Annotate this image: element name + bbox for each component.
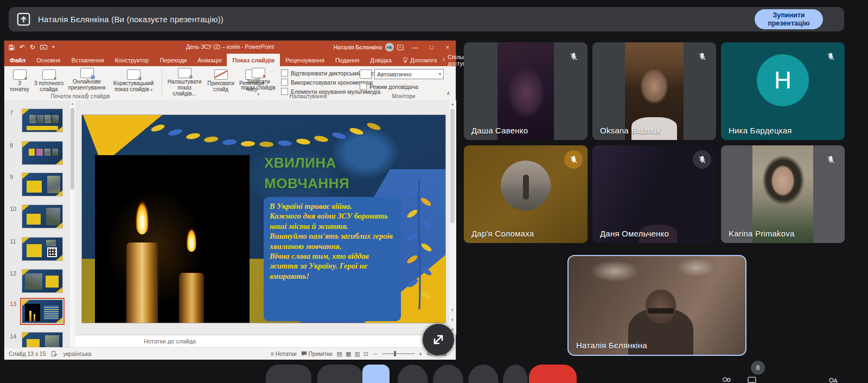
- notes-pane[interactable]: Нотатки до слайда: [75, 335, 456, 348]
- people-panel-icon[interactable]: [719, 376, 733, 383]
- tab-review[interactable]: Рецензування: [280, 54, 330, 66]
- stop-presentation-button[interactable]: Зупинити презентацію: [755, 9, 823, 29]
- slide-thumbnails-panel: 7 8 9: [4, 100, 75, 347]
- scrollbar-thumb[interactable]: [450, 109, 455, 223]
- thumb-art: [25, 304, 40, 321]
- avatar-figure-art: [523, 175, 529, 200]
- participant-tile[interactable]: Дар'я Соломаха: [464, 145, 588, 243]
- zoom-slider[interactable]: [382, 353, 414, 354]
- editor-scrollbar[interactable]: ▲ ⇞ ⇟ ▼: [448, 100, 456, 335]
- participant-tile[interactable]: Karina Primakova: [721, 145, 845, 243]
- tab-insert[interactable]: Вставлення: [66, 54, 110, 66]
- mic-off-icon: [564, 150, 583, 169]
- present-online-button[interactable]: ◍ Онлайнове презентування ▾: [67, 68, 106, 93]
- zoom-slider-thumb[interactable]: [394, 351, 396, 356]
- thumb-art: [45, 335, 59, 347]
- slide-number: 12: [10, 270, 16, 277]
- scroll-up-icon[interactable]: ▲: [449, 100, 456, 108]
- tab-design[interactable]: Конструктор: [110, 54, 155, 66]
- spellcheck-icon[interactable]: [51, 350, 58, 357]
- person-icon: [442, 57, 445, 63]
- language-indicator[interactable]: українська: [63, 350, 91, 357]
- maximize-button[interactable]: □: [423, 41, 439, 54]
- next-slide-button[interactable]: ⇟: [449, 316, 456, 324]
- slide-thumbnail-14[interactable]: [22, 332, 63, 347]
- account-name: Наталія Бєлянкіна: [334, 44, 382, 50]
- setup-slideshow-button[interactable]: ✻ Налаштувати показ слайдів...: [165, 68, 204, 93]
- reading-view-button[interactable]: ▥: [354, 350, 360, 358]
- record-slideshow-icon: ●: [252, 68, 265, 78]
- tab-animations[interactable]: Анімація: [192, 54, 227, 66]
- slide-body-line: Вшануймо пам'ять загиблих героїв хвилино…: [270, 231, 395, 251]
- scroll-up-icon[interactable]: ▲: [69, 100, 75, 107]
- tab-transitions[interactable]: Переходи: [154, 54, 192, 66]
- thumb-qr-art: [47, 247, 57, 257]
- slide-thumbnail-8[interactable]: [22, 141, 63, 165]
- participant-face-art: [640, 68, 668, 104]
- minimize-button[interactable]: —: [407, 41, 423, 54]
- more-options-button[interactable]: [503, 365, 528, 383]
- present-online-icon: ◍: [80, 68, 94, 78]
- reactions-button[interactable]: [398, 365, 428, 383]
- expand-presentation-button[interactable]: [423, 324, 454, 355]
- slide-thumbnail-11[interactable]: [22, 237, 63, 261]
- thumb-art: [25, 273, 42, 290]
- participant-tile[interactable]: H Ника Бардецкая: [721, 42, 845, 140]
- slideshow-view-button[interactable]: ⊡: [363, 350, 368, 358]
- tab-file[interactable]: Файл: [4, 54, 31, 66]
- collapse-ribbon-icon[interactable]: ∧: [446, 90, 450, 96]
- participant-name: Наталія Бєлянкіна: [576, 341, 647, 350]
- from-beginning-button[interactable]: ▸ З початку: [8, 68, 31, 93]
- account-area[interactable]: Наталія Бєлянкіна НБ: [334, 41, 404, 54]
- participant-tile-active-speaker[interactable]: Наталія Бєлянкіна: [567, 255, 746, 356]
- leave-call-button[interactable]: [529, 365, 577, 383]
- participant-tile[interactable]: Даша Савенко: [464, 42, 588, 140]
- raise-hand-button[interactable]: [468, 365, 499, 383]
- notes-icon: ≡: [271, 350, 274, 357]
- normal-view-button[interactable]: ▤: [337, 350, 342, 358]
- tab-slideshow[interactable]: Показ слайдів: [227, 54, 280, 66]
- captions-button[interactable]: [433, 365, 463, 383]
- ppt-titlebar: ↶ ↻ ▾ День ЗСУ (2) – копія - PowerPoint …: [4, 41, 456, 54]
- thumb-art: [29, 115, 36, 123]
- ribbon-display-options-icon[interactable]: [397, 44, 404, 50]
- slide-thumbnail-13[interactable]: [22, 299, 63, 323]
- mic-button[interactable]: [266, 365, 311, 383]
- slide-sorter-view-button[interactable]: ▦: [346, 350, 351, 358]
- activities-icon[interactable]: [827, 376, 840, 383]
- slide-thumbnail-9[interactable]: [22, 173, 63, 196]
- previous-slide-button[interactable]: ⇞: [449, 307, 456, 314]
- scrollbar-thumb[interactable]: [71, 108, 74, 189]
- slide-thumbnail-7[interactable]: [22, 108, 63, 132]
- custom-slideshow-button[interactable]: ✻ Користувацький показ слайдів ▾: [108, 68, 158, 93]
- monitor-dropdown[interactable]: Автоматично ▾: [374, 69, 444, 79]
- record-slideshow-button[interactable]: ● Записати показ слайдів ▾: [240, 68, 277, 93]
- camera-button[interactable]: [317, 365, 363, 383]
- tab-help[interactable]: Допомога: [397, 54, 442, 66]
- tab-view[interactable]: Подання: [330, 54, 365, 66]
- expand-arrows-icon: [431, 333, 445, 347]
- from-current-slide-button[interactable]: ▸ З поточного слайда: [33, 68, 65, 93]
- zoom-in-button[interactable]: +: [419, 350, 422, 357]
- lightbulb-icon: [403, 57, 408, 63]
- candles-photo: [95, 155, 250, 323]
- hide-slide-button[interactable]: Приховати слайд: [206, 68, 235, 93]
- slide-canvas[interactable]: ХВИЛИНА МОВЧАННЯ В Україні триває війна.…: [82, 115, 445, 323]
- thumbnails-scrollbar[interactable]: ▲: [69, 100, 75, 347]
- participant-tile[interactable]: Даня Омельченко: [592, 145, 716, 243]
- slide-thumbnail-10[interactable]: [22, 205, 63, 228]
- present-screen-button[interactable]: [362, 365, 390, 383]
- tab-reference[interactable]: Довідка: [365, 54, 397, 66]
- chat-panel-icon[interactable]: [745, 376, 758, 383]
- participant-name: Даня Омельченко: [600, 229, 669, 238]
- slide-number: 9: [10, 174, 13, 180]
- notes-toggle[interactable]: ≡ Нотатки: [271, 350, 297, 357]
- comments-toggle[interactable]: Примітки: [301, 350, 333, 357]
- checkbox-presenter-view[interactable]: Режим доповідача: [360, 83, 444, 90]
- thumb-art: [27, 244, 42, 257]
- participant-tile[interactable]: Oksana Bluznuk: [592, 42, 716, 140]
- slide-thumbnail-12[interactable]: [22, 269, 63, 293]
- tab-home[interactable]: Основне: [31, 54, 66, 66]
- close-button[interactable]: ×: [439, 41, 456, 54]
- zoom-out-button[interactable]: —: [373, 351, 378, 356]
